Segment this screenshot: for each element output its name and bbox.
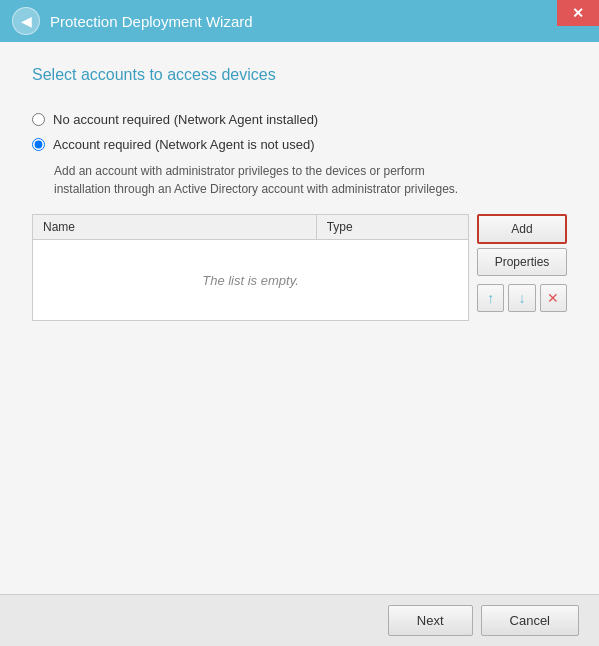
next-button[interactable]: Next <box>388 605 473 636</box>
wizard-window: ◀ Protection Deployment Wizard ✕ Select … <box>0 0 599 646</box>
add-button[interactable]: Add <box>477 214 567 244</box>
close-button[interactable]: ✕ <box>557 0 599 26</box>
option2-label: Account required (Network Agent is not u… <box>53 137 315 152</box>
move-up-button[interactable]: ↑ <box>477 284 504 312</box>
description-text: Add an account with administrator privil… <box>54 162 474 198</box>
radio-account-required[interactable] <box>32 138 45 151</box>
option-group: No account required (Network Agent insta… <box>32 112 567 198</box>
accounts-section: Name Type The list is empty. Add Propert… <box>32 214 567 321</box>
empty-table-message: The list is empty. <box>33 240 468 320</box>
option1-label: No account required (Network Agent insta… <box>53 112 318 127</box>
properties-button[interactable]: Properties <box>477 248 567 276</box>
action-buttons: Add Properties ↑ ↓ ✕ <box>477 214 567 312</box>
back-button[interactable]: ◀ <box>12 7 40 35</box>
content-area: Select accounts to access devices No acc… <box>0 42 599 594</box>
title-bar: ◀ Protection Deployment Wizard ✕ <box>0 0 599 42</box>
page-title: Select accounts to access devices <box>32 66 567 84</box>
window-title: Protection Deployment Wizard <box>50 13 253 30</box>
col-name: Name <box>33 215 317 239</box>
accounts-table: Name Type The list is empty. <box>32 214 469 321</box>
option2-radio[interactable]: Account required (Network Agent is not u… <box>32 137 567 152</box>
icon-buttons: ↑ ↓ ✕ <box>477 284 567 312</box>
cancel-button[interactable]: Cancel <box>481 605 579 636</box>
delete-button[interactable]: ✕ <box>540 284 567 312</box>
move-down-button[interactable]: ↓ <box>508 284 535 312</box>
option1-radio[interactable]: No account required (Network Agent insta… <box>32 112 567 127</box>
radio-no-account[interactable] <box>32 113 45 126</box>
table-header: Name Type <box>33 215 468 240</box>
footer: Next Cancel <box>0 594 599 646</box>
col-type: Type <box>317 215 468 239</box>
